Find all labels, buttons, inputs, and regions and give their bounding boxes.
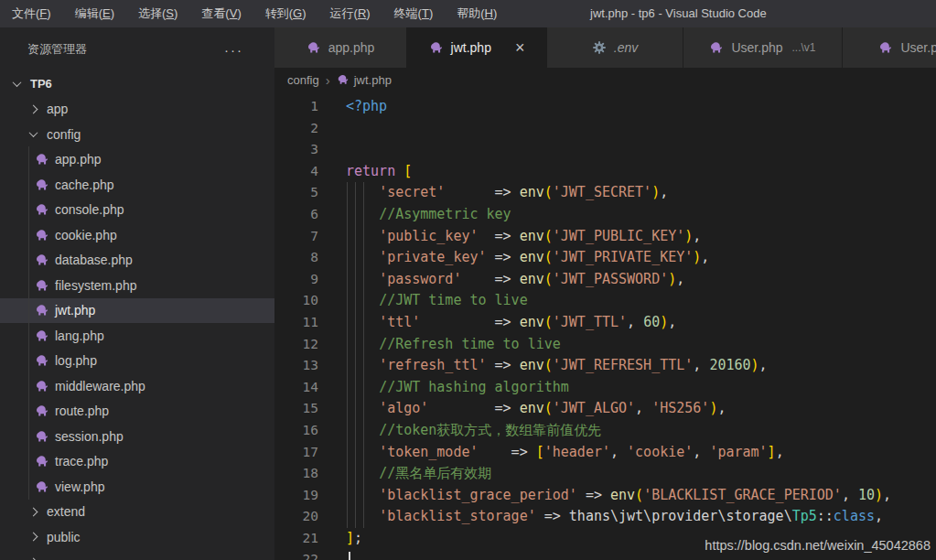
tree-item-view.php[interactable]: view.php xyxy=(0,474,274,500)
line-number: 5 xyxy=(274,182,318,204)
tree-folder-public[interactable]: public xyxy=(0,524,274,550)
line-number: 21 xyxy=(274,528,318,550)
chevron-right-icon xyxy=(29,507,38,516)
tree-item-label: extend xyxy=(47,504,85,519)
editor-area: app.phpjwt.php×.envUser.php...\v1User.ph… xyxy=(274,27,936,560)
line-content: 'blacklist_grace_period' => env('BLACKLI… xyxy=(346,485,891,507)
tree-item-database.php[interactable]: database.php xyxy=(0,248,274,274)
tree-item-trace.php[interactable]: trace.php xyxy=(0,449,274,475)
code-line-16[interactable]: 16 //token获取方式，数组靠前值优先 xyxy=(274,420,936,442)
code-line-12[interactable]: 12 //Refresh time to live xyxy=(274,334,936,356)
tab-bar: app.phpjwt.php×.envUser.php...\v1User.ph… xyxy=(274,27,936,68)
line-number: 22 xyxy=(274,549,318,560)
line-number: 14 xyxy=(274,377,318,399)
tree-folder-extend[interactable]: extend xyxy=(0,500,274,525)
tree-item-middleware.php[interactable]: middleware.php xyxy=(0,373,274,399)
text-cursor xyxy=(349,552,350,560)
php-icon xyxy=(709,40,724,55)
menu-g[interactable]: 转到(G) xyxy=(253,0,318,27)
vscode-window: 文件(F)编辑(E)选择(S)查看(V)转到(G)运行(R)终端(T)帮助(H)… xyxy=(0,0,936,560)
code-line-20[interactable]: 20 'blacklist_storage' => thans\jwt\prov… xyxy=(274,506,936,528)
menu-e[interactable]: 编辑(E) xyxy=(63,0,126,27)
line-content: //Refresh time to live xyxy=(346,334,561,356)
code-line-7[interactable]: 7 'public_key' => env('JWT_PUBLIC_KEY'), xyxy=(274,226,936,248)
code-line-19[interactable]: 19 'blacklist_grace_period' => env('BLAC… xyxy=(274,485,936,507)
tree-item-session.php[interactable]: session.php xyxy=(0,424,274,449)
code-line-9[interactable]: 9 'password' => env('JWT_PASSWORD'), xyxy=(274,269,936,291)
code-line-11[interactable]: 11 'ttl' => env('JWT_TTL', 60), xyxy=(274,312,936,334)
tree-item-label: view.php xyxy=(55,479,104,494)
tree-item-label: jwt.php xyxy=(55,303,95,318)
tree-item-console.php[interactable]: console.php xyxy=(0,198,274,223)
code-line-10[interactable]: 10 //JWT time to live xyxy=(274,290,936,312)
code-line-18[interactable]: 18 //黑名单后有效期 xyxy=(274,463,936,485)
breadcrumb-item-jwt.php[interactable]: jwt.php xyxy=(337,73,392,87)
tree-item-app.php[interactable]: app.php xyxy=(0,147,274,173)
tab-User.php[interactable]: User.php xyxy=(843,27,936,68)
code-line-17[interactable]: 17 'token_mode' => ['header', 'cookie', … xyxy=(274,442,936,464)
line-content: 'private_key' => env('JWT_PRIVATE_KEY'), xyxy=(346,247,709,269)
code-line-6[interactable]: 6 //Asymmetric key xyxy=(274,204,936,226)
menu-f[interactable]: 文件(F) xyxy=(0,0,63,27)
tree-item-label: public xyxy=(47,530,81,544)
menu-t[interactable]: 终端(T) xyxy=(382,0,446,27)
code-line-15[interactable]: 15 'algo' => env('JWT_ALGO', 'HS256'), xyxy=(274,398,936,420)
menu-r[interactable]: 运行(R) xyxy=(318,0,382,27)
line-number: 20 xyxy=(274,506,318,528)
tree-item-label: filesystem.php xyxy=(55,278,136,293)
tab-app.php[interactable]: app.php xyxy=(274,27,407,68)
menu-v[interactable]: 查看(V) xyxy=(189,0,253,27)
php-icon xyxy=(35,454,49,468)
chevron-right-icon xyxy=(29,104,38,113)
explorer-sidebar: 资源管理器 ··· TP6appconfigapp.phpcache.phpco… xyxy=(0,27,274,560)
code-line-2[interactable]: 2 xyxy=(274,118,936,140)
tab-User.php-v1[interactable]: User.php...\v1 xyxy=(683,27,843,68)
tree-item-lang.php[interactable]: lang.php xyxy=(0,323,274,349)
code-line-8[interactable]: 8 'private_key' => env('JWT_PRIVATE_KEY'… xyxy=(274,247,936,269)
tree-item-filesystem.php[interactable]: filesystem.php xyxy=(0,273,274,298)
breadcrumb-separator-icon: › xyxy=(326,72,330,88)
line-content: <?php xyxy=(346,96,387,118)
menu-s[interactable]: 选择(S) xyxy=(126,0,189,27)
php-icon xyxy=(35,429,49,444)
tree-folder-partial[interactable] xyxy=(0,550,274,560)
php-icon xyxy=(878,40,893,55)
close-icon[interactable]: × xyxy=(515,39,525,56)
code-line-21[interactable]: 21]; xyxy=(274,528,936,550)
line-number: 7 xyxy=(274,226,318,248)
tree-item-cache.php[interactable]: cache.php xyxy=(0,172,274,198)
code-line-3[interactable]: 3 xyxy=(274,139,936,161)
code-line-5[interactable]: 5 'secret' => env('JWT_SECRET'), xyxy=(274,182,936,204)
indent-guide xyxy=(355,182,356,528)
php-icon xyxy=(35,353,49,368)
indent-guide xyxy=(347,182,348,528)
line-content: //JWT hashing algorithm xyxy=(346,377,569,399)
tree-item-cookie.php[interactable]: cookie.php xyxy=(0,222,274,248)
line-content: 'password' => env('JWT_PASSWORD'), xyxy=(346,269,684,291)
line-content: 'secret' => env('JWT_SECRET'), xyxy=(346,182,668,204)
line-content: return [ xyxy=(346,161,412,183)
code-editor[interactable]: 1<?php234return [5 'secret' => env('JWT_… xyxy=(274,92,936,560)
code-line-22[interactable]: 22 xyxy=(274,549,936,560)
line-number: 17 xyxy=(274,442,318,464)
php-icon xyxy=(35,328,49,343)
code-line-1[interactable]: 1<?php xyxy=(274,96,936,118)
tree-item-route.php[interactable]: route.php xyxy=(0,399,274,425)
code-line-14[interactable]: 14 //JWT hashing algorithm xyxy=(274,377,936,399)
code-line-4[interactable]: 4return [ xyxy=(274,161,936,183)
tab-jwt.php[interactable]: jwt.php× xyxy=(407,27,547,68)
breadcrumb-item-config[interactable]: config xyxy=(287,73,319,87)
tab-label: jwt.php xyxy=(451,40,491,55)
tab-label: app.php xyxy=(328,40,375,55)
tree-folder-config[interactable]: config xyxy=(0,122,274,147)
tree-folder-app[interactable]: app xyxy=(0,97,274,123)
tree-item-log.php[interactable]: log.php xyxy=(0,349,274,374)
menu-h[interactable]: 帮助(H) xyxy=(445,0,509,27)
explorer-more-actions-icon[interactable]: ··· xyxy=(224,42,243,58)
tree-item-label: log.php xyxy=(55,353,97,368)
tab-env[interactable]: .env xyxy=(547,27,683,68)
tree-item-jwt.php[interactable]: jwt.php xyxy=(0,298,274,324)
tree-folder-TP6[interactable]: TP6 xyxy=(0,71,274,97)
line-content: 'refresh_ttl' => env('JWT_REFRESH_TTL', … xyxy=(346,355,768,377)
code-line-13[interactable]: 13 'refresh_ttl' => env('JWT_REFRESH_TTL… xyxy=(274,355,936,377)
